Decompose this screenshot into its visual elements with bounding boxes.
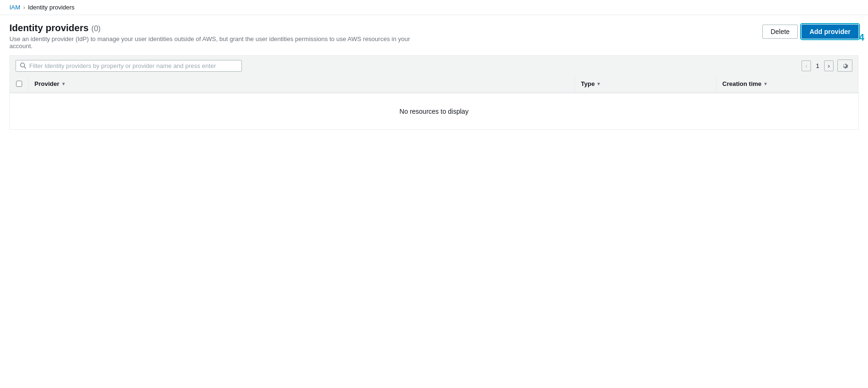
th-creation-time-label: Creation time bbox=[722, 80, 761, 87]
table-header: Provider ▾ Type ▾ Creation time ▾ bbox=[10, 76, 858, 93]
toolbar-right: ‹ 1 › bbox=[802, 59, 852, 72]
header-row: Identity providers (0) Use an identity p… bbox=[9, 15, 859, 55]
header-left: Identity providers (0) Use an identity p… bbox=[9, 23, 434, 50]
breadcrumb-current: Identity providers bbox=[28, 4, 74, 11]
th-provider: Provider ▾ bbox=[29, 76, 575, 92]
page-title: Identity providers bbox=[9, 23, 89, 34]
th-provider-label: Provider bbox=[34, 80, 59, 87]
header-actions: Delete Add provider bbox=[762, 23, 859, 39]
select-all-checkbox[interactable] bbox=[16, 81, 22, 87]
provider-sort-icon[interactable]: ▾ bbox=[62, 81, 65, 86]
delete-button[interactable]: Delete bbox=[762, 25, 797, 39]
creation-time-sort-icon[interactable]: ▾ bbox=[764, 81, 767, 86]
pagination-controls: ‹ 1 › bbox=[802, 60, 834, 71]
chevron-left-icon: ‹ bbox=[805, 62, 807, 69]
resource-count: (0) bbox=[91, 25, 101, 33]
toolbar: ‹ 1 › bbox=[9, 55, 859, 76]
empty-state: No resources to display bbox=[10, 93, 858, 129]
search-container bbox=[16, 60, 242, 72]
th-type-label: Type bbox=[581, 80, 595, 87]
search-icon bbox=[20, 62, 26, 69]
th-type: Type ▾ bbox=[575, 76, 717, 92]
page-number: 1 bbox=[813, 62, 822, 69]
main-container: Identity providers (0) Use an identity p… bbox=[0, 15, 868, 139]
page-description: Use an identity provider (IdP) to manage… bbox=[9, 35, 434, 50]
svg-line-1 bbox=[24, 67, 26, 68]
th-creation-time: Creation time ▾ bbox=[717, 76, 858, 92]
breadcrumb-iam-link[interactable]: IAM bbox=[9, 4, 20, 11]
chevron-right-icon: › bbox=[828, 62, 830, 69]
breadcrumb-separator: › bbox=[23, 4, 25, 11]
table-wrapper: Provider ▾ Type ▾ Creation time ▾ No res… bbox=[9, 76, 859, 130]
settings-button[interactable] bbox=[837, 59, 852, 72]
add-provider-button[interactable]: Add provider bbox=[802, 25, 859, 39]
prev-page-button[interactable]: ‹ bbox=[802, 60, 811, 71]
th-checkbox bbox=[10, 76, 29, 92]
search-input[interactable] bbox=[29, 62, 238, 69]
next-page-button[interactable]: › bbox=[824, 60, 834, 71]
page-title-group: Identity providers (0) bbox=[9, 23, 434, 34]
step-badge: 4 bbox=[859, 32, 864, 43]
breadcrumb: IAM › Identity providers bbox=[0, 0, 868, 15]
type-sort-icon[interactable]: ▾ bbox=[597, 81, 600, 86]
